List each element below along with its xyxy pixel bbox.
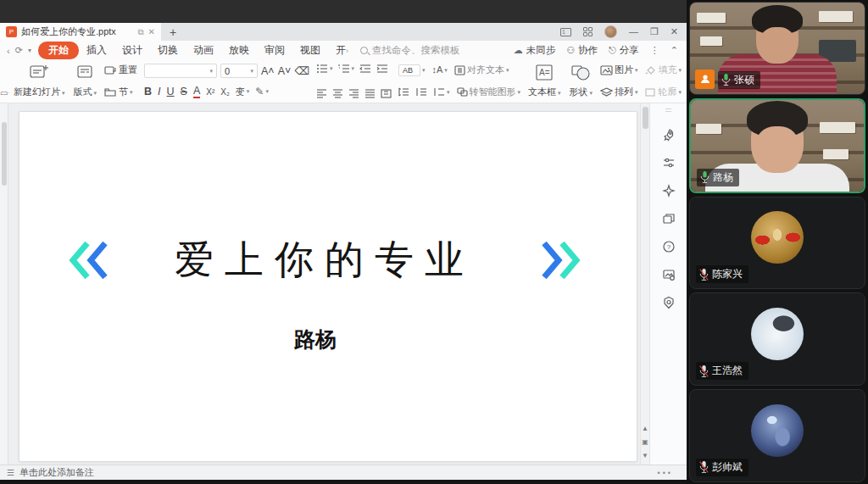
line-space-2-icon[interactable]: [416, 87, 427, 97]
present-window-icon[interactable]: ⧉: [137, 28, 143, 36]
slide-author-text[interactable]: 路杨: [19, 325, 611, 353]
share-icon: ⎋: [609, 45, 616, 56]
slide-selector-icon[interactable]: ▣: [642, 438, 648, 446]
share-button[interactable]: ⎋ 分享: [609, 44, 639, 57]
align-right-icon[interactable]: [348, 89, 359, 98]
redo-icon[interactable]: ⟳: [15, 45, 23, 56]
menu-tab-view[interactable]: 视图: [292, 42, 328, 59]
reset-slide-button[interactable]: 重置: [104, 64, 137, 76]
previous-slide-icon[interactable]: ▲: [642, 425, 648, 432]
align-text-button[interactable]: 对齐文本▾: [454, 64, 509, 76]
close-tab-icon[interactable]: ✕: [148, 28, 155, 36]
decrease-indent-icon[interactable]: [359, 64, 371, 74]
statusbar-dots-icon[interactable]: •••: [658, 469, 673, 477]
picture-button[interactable]: 图片▾: [600, 64, 638, 76]
participant-tile-luyang[interactable]: 路杨: [689, 98, 865, 193]
clear-format-icon[interactable]: ⌫: [294, 64, 309, 77]
highlighter-button[interactable]: ✎▾: [255, 86, 269, 97]
increase-font-icon[interactable]: A˄: [261, 65, 275, 77]
font-color-button[interactable]: A: [193, 85, 200, 98]
slide-page[interactable]: 爱上你的专业 路杨: [19, 111, 637, 462]
bullet-list-button[interactable]: ▾: [316, 64, 333, 74]
image-tools-icon[interactable]: [662, 268, 676, 281]
apps-grid-icon[interactable]: [583, 27, 593, 36]
participant-name-tag: 陈家兴: [696, 265, 748, 283]
quick-tools-rocket-icon[interactable]: [662, 128, 676, 142]
menu-tab-insert[interactable]: 插入: [79, 42, 114, 59]
strikethrough-button[interactable]: S: [181, 86, 187, 97]
shapes-button[interactable]: 形状 ▾: [565, 62, 597, 100]
line-spacing-button[interactable]: ↕A▾: [432, 65, 448, 75]
underline-button[interactable]: U: [167, 86, 175, 97]
more-options-icon[interactable]: ⋮: [650, 45, 659, 56]
italic-button[interactable]: I: [158, 86, 160, 97]
superscript-button[interactable]: X²: [206, 87, 214, 97]
vertical-scrollbar[interactable]: ▲ ▣ ▼: [640, 103, 649, 465]
close-window-button[interactable]: ✕: [670, 27, 678, 36]
smart-beautify-star-icon[interactable]: [662, 184, 676, 197]
clipped-paste-button[interactable]: ▭·: [0, 62, 9, 100]
slide-title-text[interactable]: 爱上你的专业: [113, 234, 537, 287]
participant-tile-zhangshuo[interactable]: 张硕: [689, 2, 865, 95]
scrollbar-thumb[interactable]: [643, 107, 648, 129]
subscript-button[interactable]: X₂: [220, 87, 230, 97]
menu-tab-transition[interactable]: 切换: [150, 42, 186, 59]
menu-tab-slideshow[interactable]: 放映: [221, 42, 257, 59]
duplicate-window-icon[interactable]: [662, 212, 676, 225]
decrease-font-icon[interactable]: A˅: [278, 65, 292, 77]
collapse-ribbon-icon[interactable]: ⌃: [670, 45, 678, 56]
line-space-options-icon[interactable]: ▾: [434, 87, 450, 97]
to-smart-graphic-button[interactable]: 转智能图形▾: [457, 86, 521, 98]
outline-button[interactable]: 轮廓▾: [644, 86, 682, 98]
bold-button[interactable]: B: [144, 86, 152, 97]
new-tab-button[interactable]: +: [161, 23, 185, 41]
text-direction-button[interactable]: AB▾: [398, 64, 426, 76]
collapsed-slide-panel[interactable]: [0, 103, 8, 465]
account-avatar[interactable]: [604, 25, 617, 38]
collaborate-button[interactable]: ⚇ 协作: [566, 44, 598, 57]
mic-muted-icon: [698, 460, 709, 474]
participant-tile-pengshuaibin[interactable]: 彭帅斌: [689, 389, 865, 482]
section-button[interactable]: 节▾: [104, 86, 137, 98]
menu-tab-home[interactable]: 开始: [38, 42, 79, 59]
quick-access-caret-icon[interactable]: ▾: [28, 47, 31, 54]
minimize-button[interactable]: —: [629, 27, 638, 36]
menu-overflow-icon[interactable]: ›: [346, 47, 348, 55]
arrange-button[interactable]: 排列▾: [600, 86, 638, 98]
align-center-icon[interactable]: [332, 89, 343, 98]
participant-tile-chenjiaxing[interactable]: 陈家兴: [689, 197, 865, 290]
distribute-icon[interactable]: [381, 89, 392, 98]
slide-editing-canvas[interactable]: 爱上你的专业 路杨 ▲ ▣ ▼ ——: [0, 103, 687, 465]
next-slide-icon[interactable]: ▼: [642, 452, 648, 459]
panel-scrollbar-thumb[interactable]: [2, 122, 7, 186]
text-box-button[interactable]: A= 文本框 ▾: [524, 62, 565, 100]
menu-tab-design[interactable]: 设计: [114, 42, 150, 59]
align-left-icon[interactable]: [316, 89, 327, 98]
rail-drag-handle[interactable]: ——: [662, 107, 676, 114]
paragraph-group: ▾ ▾: [313, 62, 395, 100]
undo-icon[interactable]: ‹: [7, 46, 10, 56]
switch-window-icon[interactable]: 1: [560, 28, 571, 36]
new-slide-button[interactable]: 新建幻灯片 ▾: [9, 62, 69, 100]
slide-layout-button[interactable]: 版式 ▾: [70, 62, 101, 100]
settings-sliders-icon[interactable]: [662, 156, 676, 170]
help-icon[interactable]: ?: [662, 240, 676, 253]
restore-button[interactable]: ❐: [650, 27, 659, 36]
justify-icon[interactable]: [364, 89, 376, 98]
menu-tab-developer-clipped[interactable]: 开: [328, 42, 346, 59]
menu-tab-review[interactable]: 审阅: [257, 42, 292, 59]
font-name-combo[interactable]: ▾: [144, 64, 217, 78]
menu-tab-animation[interactable]: 动画: [186, 42, 221, 59]
font-size-combo[interactable]: 0▾: [220, 64, 258, 78]
premium-badge-icon[interactable]: [662, 296, 676, 309]
document-tab[interactable]: P 如何爱上你的专业.pptx ⧉ ✕: [0, 23, 161, 41]
text-effect-button[interactable]: 变▾: [236, 86, 250, 98]
notes-bar[interactable]: ☰ 单击此处添加备注 •••: [0, 465, 687, 480]
increase-indent-icon[interactable]: [376, 64, 388, 74]
fill-button[interactable]: 填充▾: [644, 64, 682, 76]
line-space-1-icon[interactable]: [398, 87, 409, 97]
command-search[interactable]: 查找命令、搜索模板: [360, 44, 514, 57]
sync-status-button[interactable]: ☁ 未同步: [514, 44, 556, 57]
participant-tile-wanghaoran[interactable]: 王浩然: [689, 292, 865, 386]
numbered-list-button[interactable]: ▾: [338, 64, 355, 74]
